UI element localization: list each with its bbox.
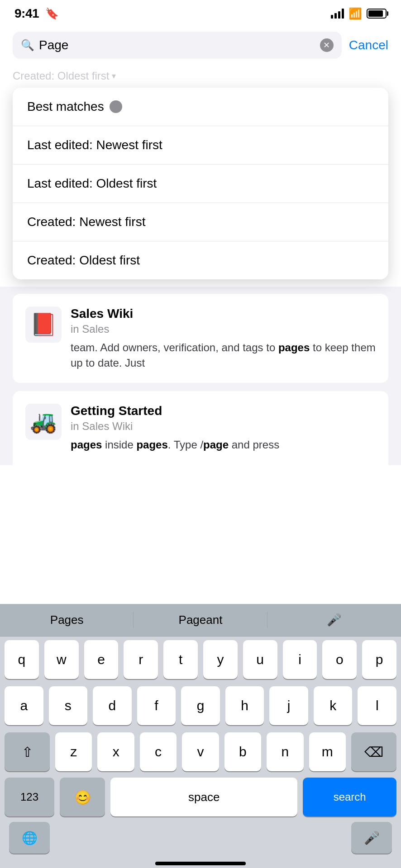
home-indicator bbox=[155, 862, 246, 865]
key-c[interactable]: c bbox=[140, 732, 177, 771]
shift-key[interactable]: ⇧ bbox=[5, 732, 50, 771]
emoji-key[interactable]: 😊 bbox=[60, 778, 105, 816]
selected-indicator bbox=[110, 100, 122, 113]
keyboard-row-2: a s d f g h j k l bbox=[0, 683, 401, 729]
key-y[interactable]: y bbox=[203, 640, 238, 679]
key-u[interactable]: u bbox=[243, 640, 277, 679]
key-z[interactable]: z bbox=[55, 732, 92, 771]
predictive-bar: Pages Pageant 🎤 bbox=[0, 604, 401, 637]
result-content-getting-started: Getting Started in Sales Wiki pages insi… bbox=[71, 404, 376, 453]
search-input-wrapper[interactable]: 🔍 ✕ bbox=[13, 32, 342, 59]
result-item-sales-wiki[interactable]: 📕 Sales Wiki in Sales team. Add owners, … bbox=[13, 294, 388, 383]
keyboard-row-4: 123 😊 space search bbox=[0, 775, 401, 822]
predictive-item-pageant[interactable]: Pageant bbox=[134, 610, 267, 630]
sort-filter[interactable]: Created: Oldest first ▾ bbox=[0, 66, 401, 88]
keyboard: Pages Pageant 🎤 q w e r t y u i o p a s … bbox=[0, 604, 401, 868]
key-p[interactable]: p bbox=[362, 640, 396, 679]
search-input[interactable] bbox=[39, 38, 315, 52]
wifi-icon: 📶 bbox=[348, 7, 362, 20]
dropdown-item-last-edited-oldest[interactable]: Last edited: Oldest first bbox=[13, 165, 388, 203]
numbers-key[interactable]: 123 bbox=[5, 778, 54, 816]
key-i[interactable]: i bbox=[283, 640, 317, 679]
result-icon-getting-started: 🚜 bbox=[25, 404, 62, 440]
signal-icon bbox=[331, 9, 344, 19]
key-g[interactable]: g bbox=[181, 686, 220, 725]
keyboard-row-1: q w e r t y u i o p bbox=[0, 637, 401, 683]
key-k[interactable]: k bbox=[314, 686, 353, 725]
dropdown-item-created-oldest[interactable]: Created: Oldest first bbox=[13, 241, 388, 279]
key-q[interactable]: q bbox=[5, 640, 39, 679]
search-key[interactable]: search bbox=[303, 778, 396, 816]
result-item-getting-started[interactable]: 🚜 Getting Started in Sales Wiki pages in… bbox=[13, 391, 388, 465]
result-title: Getting Started bbox=[71, 404, 376, 418]
clear-search-button[interactable]: ✕ bbox=[320, 38, 334, 52]
keyboard-row-3: ⇧ z x c v b n m ⌫ bbox=[0, 729, 401, 775]
search-area: 🔍 ✕ Cancel bbox=[0, 24, 401, 66]
key-b[interactable]: b bbox=[224, 732, 261, 771]
key-v[interactable]: v bbox=[182, 732, 219, 771]
backspace-key[interactable]: ⌫ bbox=[351, 732, 396, 771]
key-r[interactable]: r bbox=[124, 640, 158, 679]
result-location: in Sales Wiki bbox=[71, 420, 376, 433]
key-s[interactable]: s bbox=[49, 686, 88, 725]
search-icon: 🔍 bbox=[21, 39, 34, 52]
status-bar: 9:41 🔖 📶 bbox=[0, 0, 401, 24]
status-time: 9:41 bbox=[14, 6, 39, 21]
chevron-down-icon: ▾ bbox=[112, 71, 116, 81]
battery-icon bbox=[367, 9, 387, 19]
predictive-item-pages[interactable]: Pages bbox=[0, 610, 134, 630]
key-e[interactable]: e bbox=[84, 640, 119, 679]
key-j[interactable]: j bbox=[269, 686, 308, 725]
status-icons: 📶 bbox=[331, 7, 387, 20]
sort-filter-label[interactable]: Created: Oldest first ▾ bbox=[13, 70, 388, 82]
dropdown-item-created-newest[interactable]: Created: Newest first bbox=[13, 203, 388, 241]
sort-dropdown-menu: Best matches Last edited: Newest first L… bbox=[13, 88, 388, 279]
mic-predictive-icon: 🎤 bbox=[327, 613, 341, 627]
result-icon-sales-wiki: 📕 bbox=[25, 307, 62, 343]
key-a[interactable]: a bbox=[5, 686, 43, 725]
key-w[interactable]: w bbox=[44, 640, 79, 679]
mic-key[interactable]: 🎤 bbox=[351, 822, 392, 854]
dropdown-item-last-edited-newest[interactable]: Last edited: Newest first bbox=[13, 126, 388, 165]
globe-key[interactable]: 🌐 bbox=[9, 822, 50, 854]
result-location: in Sales bbox=[71, 323, 376, 335]
cancel-button[interactable]: Cancel bbox=[349, 38, 388, 52]
keyboard-extras-row: 🌐 🎤 bbox=[0, 822, 401, 857]
space-key[interactable]: space bbox=[110, 778, 297, 816]
key-x[interactable]: x bbox=[97, 732, 134, 771]
result-title: Sales Wiki bbox=[71, 307, 376, 321]
result-snippet: pages inside pages. Type /page and press bbox=[71, 437, 376, 453]
key-t[interactable]: t bbox=[163, 640, 198, 679]
dropdown-item-best-matches[interactable]: Best matches bbox=[13, 88, 388, 126]
key-d[interactable]: d bbox=[93, 686, 132, 725]
key-h[interactable]: h bbox=[225, 686, 264, 725]
key-m[interactable]: m bbox=[309, 732, 346, 771]
predictive-item-mic[interactable]: 🎤 bbox=[267, 610, 401, 630]
bookmark-icon: 🔖 bbox=[45, 7, 59, 20]
key-f[interactable]: f bbox=[137, 686, 176, 725]
results-area: 📕 Sales Wiki in Sales team. Add owners, … bbox=[0, 287, 401, 465]
key-l[interactable]: l bbox=[358, 686, 396, 725]
key-o[interactable]: o bbox=[322, 640, 357, 679]
key-n[interactable]: n bbox=[267, 732, 303, 771]
result-snippet: team. Add owners, verification, and tags… bbox=[71, 340, 376, 370]
result-content-sales-wiki: Sales Wiki in Sales team. Add owners, ve… bbox=[71, 307, 376, 370]
